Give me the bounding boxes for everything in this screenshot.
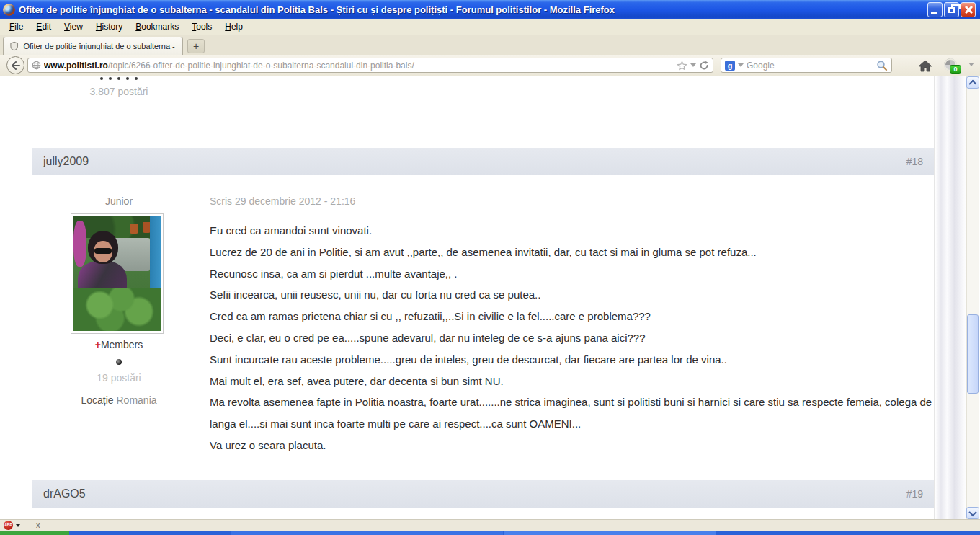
- back-button[interactable]: [6, 56, 24, 74]
- bookmark-star-icon[interactable]: [677, 61, 687, 71]
- post-19-number[interactable]: #19: [906, 488, 923, 500]
- search-bar[interactable]: g: [721, 58, 892, 73]
- chevron-up-icon: [968, 79, 976, 87]
- taskbar-window-button[interactable]: [504, 531, 716, 535]
- firefox-window: Ofiter de politie înjunghiat de o subalt…: [0, 0, 980, 535]
- shield-favicon-icon: [9, 41, 19, 51]
- post-line: Cred ca am ramas prietena chiar si cu ,,…: [210, 306, 935, 327]
- tab-title: Ofiter de politie înjunghiat de o subalt…: [23, 42, 177, 50]
- post-line: Sunt incurcate rau aceste probleme.....g…: [210, 349, 935, 371]
- post-19-header: drAGO5 #19: [32, 480, 934, 508]
- bookmark-dropdown-icon[interactable]: [690, 63, 696, 67]
- post-line: Ma revolta asemenea fapte in Politia noa…: [210, 392, 935, 435]
- chevron-down-icon: [968, 508, 976, 516]
- google-icon[interactable]: g: [725, 61, 735, 71]
- post-line: Va urez o seara placuta.: [210, 435, 935, 456]
- menu-bar: File Edit View History Bookmarks Tools H…: [0, 19, 980, 35]
- post-line: Recunosc insa, ca am si pierdut ...multe…: [210, 263, 935, 285]
- post-18-user-rank: Junior: [32, 195, 205, 207]
- location-label: Locație: [81, 394, 113, 406]
- toolbar-overflow-icon[interactable]: [968, 63, 974, 66]
- group-label: Members: [101, 339, 143, 350]
- search-input[interactable]: [747, 61, 873, 71]
- avatar-image: [74, 216, 161, 331]
- post-18-rank-pip: [116, 359, 122, 365]
- vertical-scrollbar[interactable]: [966, 76, 979, 519]
- close-icon: [963, 5, 973, 14]
- minimize-button[interactable]: [927, 2, 943, 17]
- start-button-edge[interactable]: [0, 531, 69, 535]
- forum-topic-container: 3.807 postări jully2009 #18 Junior: [32, 76, 935, 519]
- avatar: [71, 213, 164, 334]
- home-button[interactable]: [917, 57, 934, 74]
- taskbar[interactable]: [0, 531, 980, 535]
- prev-post-rank-pips: [32, 77, 205, 80]
- menu-bookmarks[interactable]: Bookmarks: [129, 19, 185, 34]
- window-controls: [927, 2, 976, 17]
- menu-help[interactable]: Help: [218, 19, 249, 34]
- page-content: 3.807 postări jully2009 #18 Junior: [0, 76, 980, 519]
- back-arrow-icon: [11, 61, 21, 70]
- post-18-user-group: +Members: [32, 339, 205, 350]
- window-title: Ofiter de politie înjunghiat de o subalt…: [19, 4, 924, 15]
- title-bar[interactable]: Ofiter de politie înjunghiat de o subalt…: [0, 0, 980, 19]
- navigation-bar: www.politisti.ro/topic/6266-ofiter-de-po…: [0, 55, 980, 76]
- tab-active[interactable]: Ofiter de politie înjunghiat de o subalt…: [3, 37, 183, 55]
- post-19-author[interactable]: drAGO5: [43, 487, 86, 500]
- menu-tools[interactable]: Tools: [185, 19, 218, 34]
- reload-icon[interactable]: [699, 61, 709, 71]
- restore-button[interactable]: [944, 2, 959, 17]
- taskbar-window-button[interactable]: [231, 531, 503, 535]
- post-18-author[interactable]: jully2009: [43, 155, 89, 168]
- post-line: Lucrez de 20 de ani in Politie, si am av…: [210, 242, 935, 263]
- firefox-icon: [3, 4, 15, 16]
- addon-bar-close-button[interactable]: x: [36, 521, 40, 529]
- adblock-dropdown-icon[interactable]: [16, 524, 20, 527]
- search-magnifier-icon[interactable]: [876, 60, 888, 71]
- adblock-plus-icon[interactable]: ABP: [4, 521, 13, 530]
- close-button[interactable]: [961, 2, 976, 17]
- url-path: /topic/6266-ofiter-de-politie-injunghiat…: [108, 61, 414, 71]
- prev-post-count: 3.807 postări: [32, 86, 205, 97]
- post-line: Sefii incearca, unii reusesc, unii nu, d…: [210, 284, 935, 306]
- post-18-number[interactable]: #18: [906, 156, 923, 167]
- menu-edit[interactable]: Edit: [30, 19, 58, 34]
- url-bar[interactable]: www.politisti.ro/topic/6266-ofiter-de-po…: [27, 58, 713, 73]
- home-icon: [918, 60, 932, 72]
- post-line: Deci, e clar, eu o cred pe ea.....spune …: [210, 327, 935, 349]
- post-18-date: Scris 29 decembrie 2012 - 21:16: [210, 195, 355, 207]
- location-value: Romania: [114, 394, 157, 406]
- post-18-post-count: 19 postări: [32, 372, 205, 384]
- post-line: Eu cred ca amandoi sunt vinovati.: [210, 220, 935, 242]
- menu-file[interactable]: File: [3, 19, 30, 34]
- scrollbar-thumb[interactable]: [967, 314, 979, 394]
- menu-view[interactable]: View: [58, 19, 89, 34]
- group-prefix: +: [95, 339, 101, 350]
- post-18-text: Eu cred ca amandoi sunt vinovati. Lucrez…: [210, 220, 935, 456]
- scroll-down-button[interactable]: [966, 507, 979, 519]
- addon-bar: ABP x: [0, 519, 980, 531]
- url-text[interactable]: www.politisti.ro/topic/6266-ofiter-de-po…: [44, 61, 674, 71]
- extension-badge: 0: [950, 65, 961, 74]
- scroll-up-button[interactable]: [966, 76, 979, 89]
- page-background-stripes: [935, 76, 966, 519]
- minimize-icon: [931, 12, 937, 14]
- post-18-location: Locație Romania: [32, 394, 205, 406]
- extension-button[interactable]: 0: [943, 57, 964, 74]
- menu-history[interactable]: History: [89, 19, 129, 34]
- url-domain: www.politisti.ro: [44, 61, 108, 71]
- tab-bar: Ofiter de politie înjunghiat de o subalt…: [0, 35, 980, 55]
- post-line: Mai mult el, era sef, avea putere, dar d…: [210, 371, 935, 392]
- new-tab-button[interactable]: +: [187, 39, 205, 53]
- restore-icon: [948, 7, 955, 13]
- post-18-header: jully2009 #18: [32, 148, 934, 175]
- globe-icon: [32, 61, 41, 70]
- search-engine-dropdown-icon[interactable]: [738, 63, 744, 67]
